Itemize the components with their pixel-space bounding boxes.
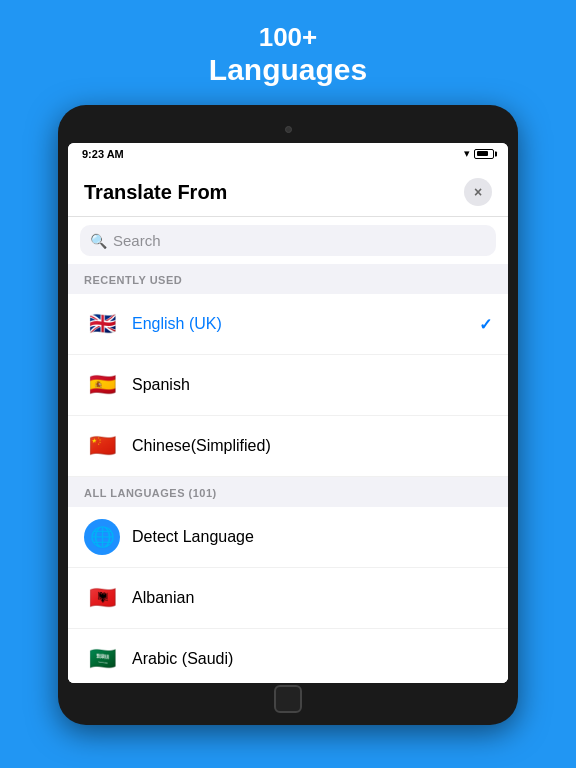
list-item[interactable]: 🇦🇱 Albanian [68, 568, 508, 629]
tablet-bottom [68, 683, 508, 715]
search-icon: 🔍 [90, 233, 107, 249]
status-time: 9:23 AM [82, 148, 124, 160]
search-bar: 🔍 Search [68, 217, 508, 264]
lang-name-english: English (UK) [132, 315, 467, 333]
all-languages-list: 🌐 Detect Language 🇦🇱 Albanian 🇸🇦 Arabic … [68, 507, 508, 683]
home-button[interactable] [274, 685, 302, 713]
flag-sa: 🇸🇦 [84, 641, 120, 677]
all-languages-label: ALL LANGUAGES (101) [84, 487, 217, 499]
list-item[interactable]: 🇨🇳 Chinese(Simplified) [68, 416, 508, 477]
modal-title: Translate From [84, 181, 227, 204]
list-item[interactable]: 🇸🇦 Arabic (Saudi) [68, 629, 508, 683]
search-placeholder: Search [113, 232, 161, 249]
battery-fill [477, 151, 488, 156]
tablet-top-bar [68, 115, 508, 143]
list-item[interactable]: 🇬🇧 English (UK) ✓ [68, 294, 508, 355]
recently-used-label: RECENTLY USED [84, 274, 182, 286]
flag-al: 🇦🇱 [84, 580, 120, 616]
tablet-shell: 9:23 AM ▾ Translate From × 🔍 Search [58, 105, 518, 725]
lang-name-spanish: Spanish [132, 376, 492, 394]
top-text: 100+ Languages [209, 22, 367, 87]
lang-name-chinese: Chinese(Simplified) [132, 437, 492, 455]
top-line2: Languages [209, 53, 367, 87]
camera [285, 126, 292, 133]
close-button[interactable]: × [464, 178, 492, 206]
battery-icon [474, 149, 494, 159]
lang-name-albanian: Albanian [132, 589, 492, 607]
flag-es: 🇪🇸 [84, 367, 120, 403]
status-bar: 9:23 AM ▾ [68, 143, 508, 164]
list-item[interactable]: 🌐 Detect Language [68, 507, 508, 568]
all-languages-section-header: ALL LANGUAGES (101) [68, 477, 508, 507]
checkmark-icon: ✓ [479, 315, 492, 334]
recently-used-list: 🇬🇧 English (UK) ✓ 🇪🇸 Spanish 🇨🇳 Chinese(… [68, 294, 508, 477]
modal-container: Translate From × 🔍 Search RECENTLY USED … [68, 164, 508, 683]
status-icons: ▾ [464, 147, 494, 160]
search-input-wrap[interactable]: 🔍 Search [80, 225, 496, 256]
top-line1: 100+ [209, 22, 367, 53]
list-item[interactable]: 🇪🇸 Spanish [68, 355, 508, 416]
recently-used-section-header: RECENTLY USED [68, 264, 508, 294]
modal-header: Translate From × [68, 164, 508, 217]
lang-name-detect: Detect Language [132, 528, 492, 546]
screen: 9:23 AM ▾ Translate From × 🔍 Search [68, 143, 508, 683]
wifi-icon: ▾ [464, 147, 470, 160]
flag-uk: 🇬🇧 [84, 306, 120, 342]
flag-cn: 🇨🇳 [84, 428, 120, 464]
lang-name-arabic: Arabic (Saudi) [132, 650, 492, 668]
globe-flag: 🌐 [84, 519, 120, 555]
